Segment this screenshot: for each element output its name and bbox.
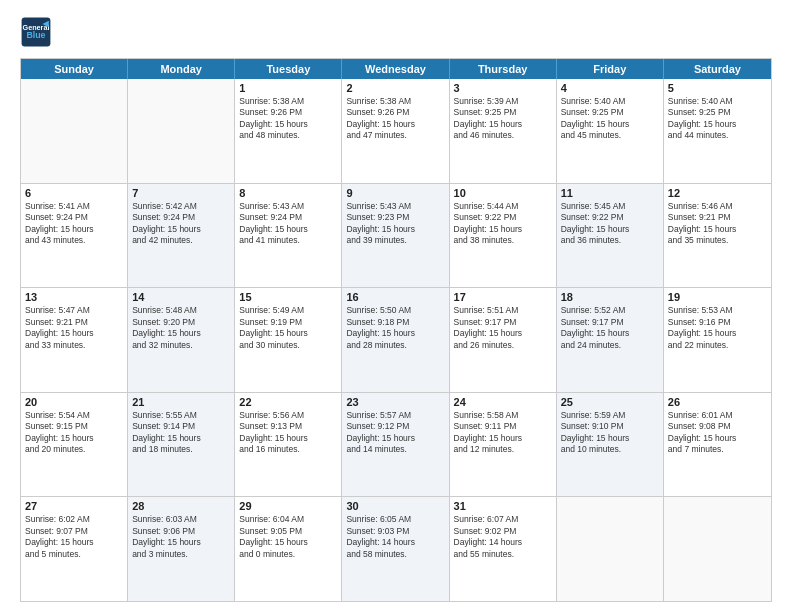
day-number: 20	[25, 396, 123, 408]
day-number: 15	[239, 291, 337, 303]
cell-line: Daylight: 15 hours	[239, 224, 337, 235]
cell-line: Sunrise: 5:51 AM	[454, 305, 552, 316]
cell-line: Sunset: 9:06 PM	[132, 526, 230, 537]
calendar-cell: 19Sunrise: 5:53 AMSunset: 9:16 PMDayligh…	[664, 288, 771, 392]
calendar-cell: 2Sunrise: 5:38 AMSunset: 9:26 PMDaylight…	[342, 79, 449, 183]
cell-line: Daylight: 15 hours	[132, 224, 230, 235]
calendar-cell: 23Sunrise: 5:57 AMSunset: 9:12 PMDayligh…	[342, 393, 449, 497]
cell-line: Sunset: 9:21 PM	[25, 317, 123, 328]
day-number: 12	[668, 187, 767, 199]
cell-line: Sunrise: 5:44 AM	[454, 201, 552, 212]
calendar-cell: 13Sunrise: 5:47 AMSunset: 9:21 PMDayligh…	[21, 288, 128, 392]
calendar-row: 6Sunrise: 5:41 AMSunset: 9:24 PMDaylight…	[21, 184, 771, 289]
day-number: 16	[346, 291, 444, 303]
day-number: 3	[454, 82, 552, 94]
day-number: 29	[239, 500, 337, 512]
cell-line: and 22 minutes.	[668, 340, 767, 351]
cell-line: Sunrise: 6:03 AM	[132, 514, 230, 525]
cell-line: and 16 minutes.	[239, 444, 337, 455]
cell-line: Sunrise: 5:40 AM	[561, 96, 659, 107]
calendar-cell: 8Sunrise: 5:43 AMSunset: 9:24 PMDaylight…	[235, 184, 342, 288]
cell-line: Daylight: 15 hours	[25, 433, 123, 444]
cell-line: and 3 minutes.	[132, 549, 230, 560]
cell-line: Sunset: 9:17 PM	[454, 317, 552, 328]
calendar-cell: 14Sunrise: 5:48 AMSunset: 9:20 PMDayligh…	[128, 288, 235, 392]
calendar-cell: 31Sunrise: 6:07 AMSunset: 9:02 PMDayligh…	[450, 497, 557, 601]
day-number: 7	[132, 187, 230, 199]
cell-line: Sunset: 9:26 PM	[239, 107, 337, 118]
day-number: 1	[239, 82, 337, 94]
calendar-cell: 4Sunrise: 5:40 AMSunset: 9:25 PMDaylight…	[557, 79, 664, 183]
cell-line: Sunrise: 6:02 AM	[25, 514, 123, 525]
cell-line: Daylight: 15 hours	[668, 433, 767, 444]
calendar-cell: 24Sunrise: 5:58 AMSunset: 9:11 PMDayligh…	[450, 393, 557, 497]
day-number: 24	[454, 396, 552, 408]
cell-line: Sunrise: 5:43 AM	[346, 201, 444, 212]
cell-line: and 45 minutes.	[561, 130, 659, 141]
cell-line: and 42 minutes.	[132, 235, 230, 246]
cell-line: and 32 minutes.	[132, 340, 230, 351]
day-number: 5	[668, 82, 767, 94]
cell-line: Sunset: 9:25 PM	[668, 107, 767, 118]
calendar-row: 1Sunrise: 5:38 AMSunset: 9:26 PMDaylight…	[21, 79, 771, 184]
cell-line: Sunset: 9:16 PM	[668, 317, 767, 328]
cell-line: Daylight: 15 hours	[668, 119, 767, 130]
cell-line: Sunrise: 6:04 AM	[239, 514, 337, 525]
cell-line: Daylight: 15 hours	[454, 433, 552, 444]
day-number: 8	[239, 187, 337, 199]
cell-line: Sunrise: 5:41 AM	[25, 201, 123, 212]
weekday-header: Monday	[128, 59, 235, 79]
calendar-cell: 1Sunrise: 5:38 AMSunset: 9:26 PMDaylight…	[235, 79, 342, 183]
day-number: 25	[561, 396, 659, 408]
calendar-cell: 28Sunrise: 6:03 AMSunset: 9:06 PMDayligh…	[128, 497, 235, 601]
calendar-row: 27Sunrise: 6:02 AMSunset: 9:07 PMDayligh…	[21, 497, 771, 601]
cell-line: Sunset: 9:19 PM	[239, 317, 337, 328]
day-number: 28	[132, 500, 230, 512]
calendar-cell: 5Sunrise: 5:40 AMSunset: 9:25 PMDaylight…	[664, 79, 771, 183]
cell-line: Sunset: 9:24 PM	[132, 212, 230, 223]
day-number: 30	[346, 500, 444, 512]
calendar-cell: 6Sunrise: 5:41 AMSunset: 9:24 PMDaylight…	[21, 184, 128, 288]
day-number: 18	[561, 291, 659, 303]
cell-line: and 39 minutes.	[346, 235, 444, 246]
cell-line: Sunrise: 5:39 AM	[454, 96, 552, 107]
calendar-cell: 29Sunrise: 6:04 AMSunset: 9:05 PMDayligh…	[235, 497, 342, 601]
cell-line: Sunset: 9:05 PM	[239, 526, 337, 537]
day-number: 31	[454, 500, 552, 512]
calendar-cell: 25Sunrise: 5:59 AMSunset: 9:10 PMDayligh…	[557, 393, 664, 497]
weekday-header: Friday	[557, 59, 664, 79]
calendar-cell: 10Sunrise: 5:44 AMSunset: 9:22 PMDayligh…	[450, 184, 557, 288]
calendar-body: 1Sunrise: 5:38 AMSunset: 9:26 PMDaylight…	[21, 79, 771, 601]
day-number: 26	[668, 396, 767, 408]
cell-line: Daylight: 15 hours	[25, 537, 123, 548]
day-number: 17	[454, 291, 552, 303]
cell-line: and 7 minutes.	[668, 444, 767, 455]
day-number: 22	[239, 396, 337, 408]
calendar-cell: 17Sunrise: 5:51 AMSunset: 9:17 PMDayligh…	[450, 288, 557, 392]
day-number: 9	[346, 187, 444, 199]
cell-line: Sunset: 9:17 PM	[561, 317, 659, 328]
calendar-cell: 21Sunrise: 5:55 AMSunset: 9:14 PMDayligh…	[128, 393, 235, 497]
cell-line: and 48 minutes.	[239, 130, 337, 141]
page: General Blue SundayMondayTuesdayWednesda…	[0, 0, 792, 612]
cell-line: and 12 minutes.	[454, 444, 552, 455]
cell-line: Sunrise: 5:53 AM	[668, 305, 767, 316]
cell-line: Daylight: 15 hours	[132, 537, 230, 548]
cell-line: Sunrise: 5:38 AM	[239, 96, 337, 107]
calendar-cell: 9Sunrise: 5:43 AMSunset: 9:23 PMDaylight…	[342, 184, 449, 288]
cell-line: Daylight: 15 hours	[25, 328, 123, 339]
cell-line: and 28 minutes.	[346, 340, 444, 351]
calendar-cell: 16Sunrise: 5:50 AMSunset: 9:18 PMDayligh…	[342, 288, 449, 392]
cell-line: Daylight: 15 hours	[668, 224, 767, 235]
weekday-header: Sunday	[21, 59, 128, 79]
cell-line: Sunrise: 5:49 AM	[239, 305, 337, 316]
day-number: 21	[132, 396, 230, 408]
calendar-cell: 15Sunrise: 5:49 AMSunset: 9:19 PMDayligh…	[235, 288, 342, 392]
cell-line: Sunset: 9:15 PM	[25, 421, 123, 432]
day-number: 11	[561, 187, 659, 199]
calendar-row: 20Sunrise: 5:54 AMSunset: 9:15 PMDayligh…	[21, 393, 771, 498]
cell-line: Sunrise: 6:07 AM	[454, 514, 552, 525]
cell-line: and 33 minutes.	[25, 340, 123, 351]
cell-line: and 35 minutes.	[668, 235, 767, 246]
cell-line: and 0 minutes.	[239, 549, 337, 560]
